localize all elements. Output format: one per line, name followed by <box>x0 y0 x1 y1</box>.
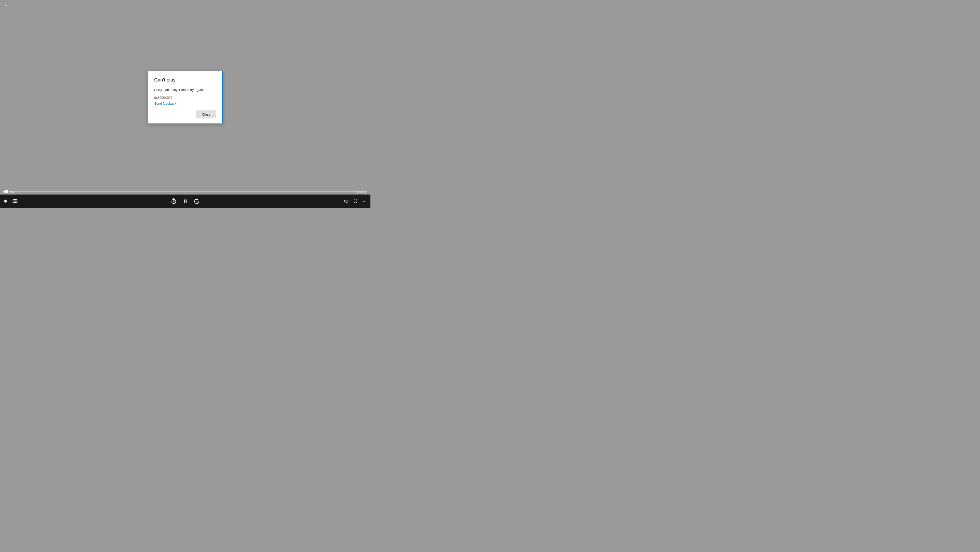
more-options-button[interactable] <box>362 198 368 204</box>
send-feedback-link[interactable]: Send feedback <box>154 102 176 105</box>
close-button[interactable]: Close <box>196 110 216 118</box>
controls-bar: 10 30 <box>0 195 371 208</box>
volume-button[interactable] <box>3 198 9 204</box>
fullscreen-button[interactable] <box>353 198 358 204</box>
miniplayer-button[interactable] <box>344 198 349 204</box>
controls-right <box>344 198 368 204</box>
subtitles-button[interactable] <box>12 198 18 204</box>
dialog-title: Can't play <box>154 77 216 83</box>
dialog-footer: Close <box>154 110 216 118</box>
error-dialog: Can't play Sorry, can't play. Please try… <box>148 71 223 124</box>
forward-button[interactable]: 30 <box>193 198 200 205</box>
svg-text:10: 10 <box>173 201 175 203</box>
dialog-message: Sorry, can't play. Please try again. <box>154 87 216 93</box>
rewind-button[interactable]: 10 <box>170 198 177 205</box>
dialog-overlay: Can't play Sorry, can't play. Please try… <box>0 0 371 195</box>
dialog-error-code: 0x80004002 <box>154 96 216 100</box>
svg-text:30: 30 <box>196 201 197 203</box>
pause-button[interactable] <box>182 198 188 204</box>
controls-center: 10 30 <box>170 198 200 205</box>
